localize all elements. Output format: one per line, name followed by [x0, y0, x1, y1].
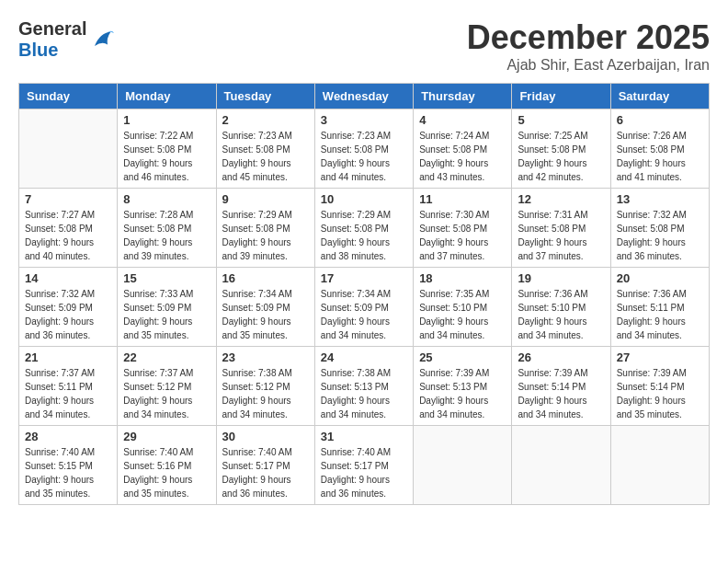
day-number: 17	[321, 271, 407, 285]
col-header-thursday: Thursday	[414, 84, 512, 109]
day-info: Sunrise: 7:34 AMSunset: 5:09 PMDaylight:…	[222, 287, 309, 342]
day-number: 23	[222, 350, 309, 364]
day-number: 22	[123, 350, 210, 364]
calendar-cell: 21Sunrise: 7:37 AMSunset: 5:11 PMDayligh…	[19, 347, 118, 426]
subtitle: Ajab Shir, East Azerbaijan, Iran	[467, 57, 710, 74]
day-info: Sunrise: 7:28 AMSunset: 5:08 PMDaylight:…	[123, 208, 210, 263]
day-number: 28	[25, 430, 111, 443]
calendar-week-row: 21Sunrise: 7:37 AMSunset: 5:11 PMDayligh…	[19, 347, 710, 426]
calendar-cell	[512, 426, 610, 505]
col-header-wednesday: Wednesday	[314, 84, 413, 109]
logo-general: General	[18, 18, 86, 40]
calendar-cell: 26Sunrise: 7:39 AMSunset: 5:14 PMDayligh…	[512, 347, 610, 426]
calendar-header-row: SundayMondayTuesdayWednesdayThursdayFrid…	[19, 84, 710, 109]
calendar-cell: 25Sunrise: 7:39 AMSunset: 5:13 PMDayligh…	[414, 347, 512, 426]
day-info: Sunrise: 7:23 AMSunset: 5:08 PMDaylight:…	[222, 129, 309, 184]
day-number: 3	[321, 113, 407, 127]
day-info: Sunrise: 7:38 AMSunset: 5:13 PMDaylight:…	[321, 366, 407, 421]
day-info: Sunrise: 7:40 AMSunset: 5:17 PMDaylight:…	[222, 445, 309, 500]
calendar-cell: 4Sunrise: 7:24 AMSunset: 5:08 PMDaylight…	[414, 109, 512, 189]
calendar-week-row: 7Sunrise: 7:27 AMSunset: 5:08 PMDaylight…	[19, 189, 710, 268]
day-info: Sunrise: 7:34 AMSunset: 5:09 PMDaylight:…	[321, 287, 407, 342]
col-header-tuesday: Tuesday	[216, 84, 314, 109]
calendar-cell: 19Sunrise: 7:36 AMSunset: 5:10 PMDayligh…	[512, 268, 610, 347]
day-number: 7	[25, 192, 111, 206]
col-header-saturday: Saturday	[610, 84, 709, 109]
day-number: 27	[617, 350, 703, 364]
calendar-cell: 22Sunrise: 7:37 AMSunset: 5:12 PMDayligh…	[118, 347, 216, 426]
day-info: Sunrise: 7:29 AMSunset: 5:08 PMDaylight:…	[321, 208, 407, 263]
calendar-cell: 18Sunrise: 7:35 AMSunset: 5:10 PMDayligh…	[414, 268, 512, 347]
day-info: Sunrise: 7:29 AMSunset: 5:08 PMDaylight:…	[222, 208, 309, 263]
calendar-week-row: 14Sunrise: 7:32 AMSunset: 5:09 PMDayligh…	[19, 268, 710, 347]
day-number: 20	[617, 271, 703, 285]
day-info: Sunrise: 7:37 AMSunset: 5:12 PMDaylight:…	[123, 366, 210, 421]
logo-bird-icon	[88, 27, 114, 52]
calendar-cell: 3Sunrise: 7:23 AMSunset: 5:08 PMDaylight…	[314, 109, 413, 189]
calendar-week-row: 28Sunrise: 7:40 AMSunset: 5:15 PMDayligh…	[19, 426, 710, 505]
day-number: 9	[222, 192, 309, 206]
day-number: 24	[321, 350, 407, 364]
day-info: Sunrise: 7:36 AMSunset: 5:10 PMDaylight:…	[518, 287, 604, 342]
day-info: Sunrise: 7:38 AMSunset: 5:12 PMDaylight:…	[222, 366, 309, 421]
calendar-cell: 13Sunrise: 7:32 AMSunset: 5:08 PMDayligh…	[610, 189, 709, 268]
day-info: Sunrise: 7:31 AMSunset: 5:08 PMDaylight:…	[518, 208, 604, 263]
day-number: 21	[25, 350, 111, 364]
logo-blue: Blue	[18, 40, 86, 61]
day-number: 8	[123, 192, 210, 206]
day-info: Sunrise: 7:23 AMSunset: 5:08 PMDaylight:…	[321, 129, 407, 184]
calendar-cell: 24Sunrise: 7:38 AMSunset: 5:13 PMDayligh…	[314, 347, 413, 426]
col-header-monday: Monday	[118, 84, 216, 109]
calendar-cell: 5Sunrise: 7:25 AMSunset: 5:08 PMDaylight…	[512, 109, 610, 189]
day-info: Sunrise: 7:40 AMSunset: 5:15 PMDaylight:…	[25, 445, 111, 500]
col-header-sunday: Sunday	[19, 84, 118, 109]
calendar-cell: 17Sunrise: 7:34 AMSunset: 5:09 PMDayligh…	[314, 268, 413, 347]
day-info: Sunrise: 7:32 AMSunset: 5:09 PMDaylight:…	[25, 287, 111, 342]
calendar-cell: 12Sunrise: 7:31 AMSunset: 5:08 PMDayligh…	[512, 189, 610, 268]
day-number: 10	[321, 192, 407, 206]
calendar-cell: 2Sunrise: 7:23 AMSunset: 5:08 PMDaylight…	[216, 109, 314, 189]
day-info: Sunrise: 7:37 AMSunset: 5:11 PMDaylight:…	[25, 366, 111, 421]
calendar-cell: 15Sunrise: 7:33 AMSunset: 5:09 PMDayligh…	[118, 268, 216, 347]
day-info: Sunrise: 7:24 AMSunset: 5:08 PMDaylight:…	[419, 129, 506, 184]
page-header: General Blue December 2025 Ajab Shir, Ea…	[18, 18, 710, 74]
day-number: 14	[25, 271, 111, 285]
calendar-cell	[19, 109, 118, 189]
calendar-cell: 20Sunrise: 7:36 AMSunset: 5:11 PMDayligh…	[610, 268, 709, 347]
day-number: 4	[419, 113, 506, 127]
calendar-cell: 30Sunrise: 7:40 AMSunset: 5:17 PMDayligh…	[216, 426, 314, 505]
calendar-cell: 10Sunrise: 7:29 AMSunset: 5:08 PMDayligh…	[314, 189, 413, 268]
calendar-cell: 23Sunrise: 7:38 AMSunset: 5:12 PMDayligh…	[216, 347, 314, 426]
calendar-cell: 14Sunrise: 7:32 AMSunset: 5:09 PMDayligh…	[19, 268, 118, 347]
day-info: Sunrise: 7:39 AMSunset: 5:14 PMDaylight:…	[617, 366, 703, 421]
day-info: Sunrise: 7:30 AMSunset: 5:08 PMDaylight:…	[419, 208, 506, 263]
day-info: Sunrise: 7:40 AMSunset: 5:16 PMDaylight:…	[123, 445, 210, 500]
day-info: Sunrise: 7:26 AMSunset: 5:08 PMDaylight:…	[617, 129, 703, 184]
title-section: December 2025 Ajab Shir, East Azerbaijan…	[467, 18, 710, 74]
calendar-cell: 11Sunrise: 7:30 AMSunset: 5:08 PMDayligh…	[414, 189, 512, 268]
day-number: 18	[419, 271, 506, 285]
calendar-cell: 6Sunrise: 7:26 AMSunset: 5:08 PMDaylight…	[610, 109, 709, 189]
day-info: Sunrise: 7:25 AMSunset: 5:08 PMDaylight:…	[518, 129, 604, 184]
day-number: 5	[518, 113, 604, 127]
day-info: Sunrise: 7:27 AMSunset: 5:08 PMDaylight:…	[25, 208, 111, 263]
day-number: 1	[123, 113, 210, 127]
day-number: 12	[518, 192, 604, 206]
day-number: 13	[617, 192, 703, 206]
day-info: Sunrise: 7:39 AMSunset: 5:14 PMDaylight:…	[518, 366, 604, 421]
calendar-table: SundayMondayTuesdayWednesdayThursdayFrid…	[18, 83, 710, 505]
day-number: 15	[123, 271, 210, 285]
day-number: 16	[222, 271, 309, 285]
day-number: 6	[617, 113, 703, 127]
col-header-friday: Friday	[512, 84, 610, 109]
day-number: 31	[321, 430, 407, 443]
day-number: 26	[518, 350, 604, 364]
calendar-cell	[610, 426, 709, 505]
calendar-cell: 1Sunrise: 7:22 AMSunset: 5:08 PMDaylight…	[118, 109, 216, 189]
calendar-cell: 27Sunrise: 7:39 AMSunset: 5:14 PMDayligh…	[610, 347, 709, 426]
day-info: Sunrise: 7:40 AMSunset: 5:17 PMDaylight:…	[321, 445, 407, 500]
day-number: 19	[518, 271, 604, 285]
day-info: Sunrise: 7:22 AMSunset: 5:08 PMDaylight:…	[123, 129, 210, 184]
calendar-cell: 8Sunrise: 7:28 AMSunset: 5:08 PMDaylight…	[118, 189, 216, 268]
calendar-cell: 31Sunrise: 7:40 AMSunset: 5:17 PMDayligh…	[314, 426, 413, 505]
